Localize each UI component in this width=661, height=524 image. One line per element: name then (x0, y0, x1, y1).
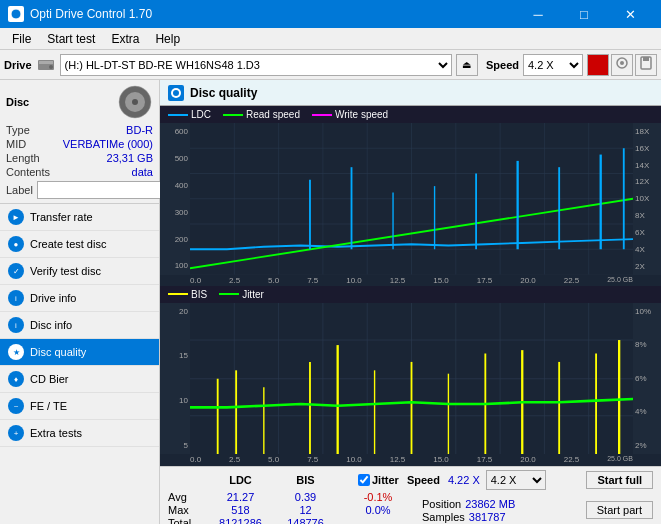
top-x-labels: 0.0 2.5 5.0 7.5 10.0 12.5 15.0 17.5 20.0… (190, 276, 661, 285)
menu-file[interactable]: File (4, 30, 39, 48)
top-y-200: 200 (162, 235, 188, 244)
extra-tests-icon: + (8, 425, 24, 441)
stats-data-rows: Avg 21.27 0.39 -0.1% Max 518 12 0.0% Tot… (168, 491, 653, 524)
eject-button[interactable]: ⏏ (456, 54, 478, 76)
disc-quality-icon: ★ (8, 344, 24, 360)
jitter-column-header: Jitter (372, 474, 399, 486)
sidebar-item-transfer-rate[interactable]: ► Transfer rate (0, 204, 159, 231)
bottom-y-15: 15 (162, 351, 188, 360)
top-y-400: 400 (162, 181, 188, 190)
top-x-2.5: 2.5 (229, 276, 240, 285)
bottom-x-12.5: 12.5 (390, 455, 406, 464)
disc-length-value: 23,31 GB (107, 152, 153, 164)
bis-max-value: 12 (273, 504, 338, 516)
disc-length-row: Length 23,31 GB (6, 151, 153, 165)
disc-label-label: Label (6, 184, 33, 196)
speed-select-toolbar[interactable]: 4.2 X (523, 54, 583, 76)
top-x-22.5: 22.5 (564, 276, 580, 285)
speed-val-display: 4.22 X (448, 474, 480, 486)
disc-contents-label: Contents (6, 166, 50, 178)
disc-contents-row: Contents data (6, 165, 153, 179)
bottom-x-10: 10.0 (346, 455, 362, 464)
stats-labels-col: Avg 21.27 0.39 -0.1% Max 518 12 0.0% Tot… (168, 491, 418, 524)
write-speed-color (312, 114, 332, 116)
sidebar-item-extra-tests[interactable]: + Extra tests (0, 420, 159, 447)
sidebar-item-transfer-rate-label: Transfer rate (30, 211, 93, 223)
speed-select-container: 4.2 X (486, 470, 546, 490)
write-speed-label: Write speed (335, 109, 388, 120)
ldc-avg-value: 21.27 (208, 491, 273, 503)
ldc-total-value: 8121286 (208, 517, 273, 524)
menu-extra[interactable]: Extra (103, 30, 147, 48)
speed-value: 4.22 X (448, 474, 480, 486)
top-right-8x: 8X (635, 211, 659, 220)
bottom-y-20: 20 (162, 307, 188, 316)
speed-label: Speed (486, 59, 519, 71)
start-part-button[interactable]: Start part (586, 501, 653, 519)
speed-icon-btn-1[interactable] (587, 54, 609, 76)
disc-image (117, 84, 153, 120)
disc-type-value: BD-R (126, 124, 153, 136)
top-x-12.5: 12.5 (390, 276, 406, 285)
bottom-x-5: 5.0 (268, 455, 279, 464)
close-button[interactable]: ✕ (607, 0, 653, 28)
disc-label-input[interactable] (37, 181, 177, 199)
disc-mid-label: MID (6, 138, 26, 150)
top-y-100: 100 (162, 261, 188, 270)
jitter-color (219, 293, 239, 295)
bottom-x-17.5: 17.5 (477, 455, 493, 464)
top-y-300: 300 (162, 208, 188, 217)
drive-icon (36, 55, 56, 75)
sidebar-item-verify-test-disc[interactable]: ✓ Verify test disc (0, 258, 159, 285)
main-layout: Disc Type BD-R MID VERBATIMe (000) Lengt… (0, 80, 661, 524)
menu-help[interactable]: Help (147, 30, 188, 48)
disc-title: Disc (6, 96, 29, 108)
sidebar-item-disc-quality[interactable]: ★ Disc quality (0, 339, 159, 366)
disc-label-row: Label ⚙ (6, 181, 153, 199)
minimize-button[interactable]: ─ (515, 0, 561, 28)
speed-column-header: Speed (407, 474, 440, 486)
bottom-right-10pct: 10% (635, 307, 659, 316)
sidebar-item-fe-te[interactable]: ~ FE / TE (0, 393, 159, 420)
sidebar-item-drive-info-label: Drive info (30, 292, 76, 304)
bottom-chart-svg (190, 303, 633, 455)
sidebar: Disc Type BD-R MID VERBATIMe (000) Lengt… (0, 80, 160, 524)
start-full-button[interactable]: Start full (586, 471, 653, 489)
position-row: Position 23862 MB (422, 498, 515, 510)
menubar: File Start test Extra Help (0, 28, 661, 50)
bis-total-value: 148776 (273, 517, 338, 524)
sidebar-item-disc-info[interactable]: i Disc info (0, 312, 159, 339)
bis-column-header: BIS (273, 474, 338, 486)
save-button[interactable] (635, 54, 657, 76)
sidebar-item-create-test-disc[interactable]: ● Create test disc (0, 231, 159, 258)
content-header-icon (168, 85, 184, 101)
svg-point-10 (132, 99, 138, 105)
sidebar-item-drive-info[interactable]: i Drive info (0, 285, 159, 312)
top-y-600: 600 (162, 127, 188, 136)
speed-select-stats[interactable]: 4.2 X (486, 470, 546, 490)
drive-select[interactable]: (H:) HL-DT-ST BD-RE WH16NS48 1.D3 (60, 54, 452, 76)
speed-icon-btn-2[interactable] (611, 54, 633, 76)
bottom-right-axis: 10% 8% 6% 4% 2% (633, 303, 661, 455)
disc-type-label: Type (6, 124, 30, 136)
disc-mid-value: VERBATIMe (000) (63, 138, 153, 150)
content-area: Disc quality LDC Read speed Write speed (160, 80, 661, 524)
content-title: Disc quality (190, 86, 257, 100)
total-label: Total (168, 517, 208, 524)
sidebar-item-verify-test-disc-label: Verify test disc (30, 265, 101, 277)
jitter-avg-value: -0.1% (338, 491, 418, 503)
menu-start-test[interactable]: Start test (39, 30, 103, 48)
jitter-checkbox[interactable] (358, 474, 370, 486)
bottom-x-15: 15.0 (433, 455, 449, 464)
disc-length-label: Length (6, 152, 40, 164)
top-right-10x: 10X (635, 194, 659, 203)
drive-label: Drive (4, 59, 32, 71)
top-x-10: 10.0 (346, 276, 362, 285)
sidebar-item-cd-bier[interactable]: ♦ CD Bier (0, 366, 159, 393)
top-right-4x: 4X (635, 245, 659, 254)
fe-te-icon: ~ (8, 398, 24, 414)
maximize-button[interactable]: □ (561, 0, 607, 28)
bis-color (168, 293, 188, 295)
bottom-chart-legend: BIS Jitter (160, 286, 661, 303)
bottom-x-axis: 0.0 2.5 5.0 7.5 10.0 12.5 15.0 17.5 20.0… (160, 454, 661, 466)
